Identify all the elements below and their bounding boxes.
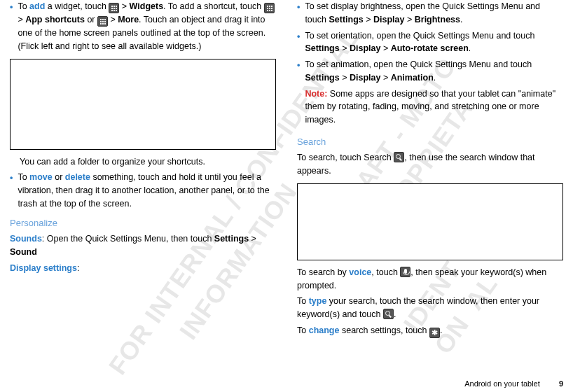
- text-segment: >: [119, 1, 129, 11]
- text-segment: To search by: [297, 267, 349, 277]
- text-segment: To search, touch Search: [297, 153, 394, 162]
- text-segment: >: [380, 43, 390, 53]
- action-delete: delete: [65, 172, 90, 182]
- note-text: Some apps are designed so that your tabl…: [305, 89, 555, 125]
- label-settings: Settings: [329, 15, 363, 24]
- folder-text: You can add a folder to organize your sh…: [20, 155, 276, 169]
- action-change: change: [309, 326, 340, 335]
- text-segment: >: [340, 43, 350, 53]
- sounds-para: Sounds: Open the Quick Settings Menu, th…: [10, 232, 276, 259]
- action-voice: voice: [349, 267, 371, 277]
- text-segment: >: [340, 73, 350, 83]
- action-type: type: [309, 296, 327, 306]
- label-animation: Animation: [391, 73, 434, 83]
- action-add: add: [29, 1, 45, 11]
- bullet-orientation: • To set orientation, open the Quick Set…: [297, 29, 563, 56]
- text-segment: :: [77, 263, 79, 273]
- column-left: • To add a widget, touch > Widgets. To a…: [10, 0, 276, 341]
- text-segment: >: [364, 15, 373, 24]
- label-settings: Settings: [305, 43, 339, 53]
- bullet-dot: •: [297, 30, 300, 56]
- label-display-settings: Display settings: [10, 263, 77, 273]
- gear-icon: [429, 328, 440, 338]
- screenshot-placeholder-1: [10, 59, 276, 150]
- text-segment: >: [108, 15, 118, 24]
- label-settings: Settings: [214, 234, 249, 244]
- text-segment: or: [85, 15, 97, 24]
- bullet-text: To move or delete something, touch and h…: [18, 171, 276, 210]
- text-segment: . To add a shortcut, touch: [163, 1, 264, 11]
- text-segment: To: [18, 1, 29, 11]
- text-segment: >: [249, 234, 256, 244]
- label-auto-rotate: Auto-rotate screen: [391, 43, 469, 53]
- label-brightness: Brightness: [415, 15, 460, 24]
- text-segment: >: [380, 73, 390, 83]
- text-segment: To: [18, 172, 29, 182]
- column-right: • To set display brightness, open the Qu…: [297, 0, 563, 341]
- apps-icon: [109, 3, 119, 13]
- bullet-dot: •: [297, 59, 300, 130]
- search-icon: [394, 152, 404, 162]
- search-intro: To search, touch Search , then use the s…: [297, 151, 563, 178]
- page-number: 9: [559, 379, 563, 388]
- type-search-para: To type your search, touch the search wi…: [297, 295, 563, 321]
- text-segment: , touch: [371, 267, 400, 277]
- bullet-move-delete: • To move or delete something, touch and…: [10, 171, 276, 210]
- search-icon: [383, 309, 394, 319]
- bullet-text: To add a widget, touch > Widgets. To add…: [18, 0, 276, 53]
- label-sounds: Sounds: [10, 234, 42, 244]
- text-segment: : Open the Quick Settings Menu, then tou…: [42, 234, 214, 244]
- label-display: Display: [350, 43, 380, 53]
- mic-icon: [400, 267, 410, 277]
- apps-icon: [264, 3, 275, 13]
- text-segment: To: [297, 326, 309, 335]
- bullet-dot: •: [10, 172, 13, 210]
- text-segment: a widget, touch: [45, 1, 109, 11]
- bullet-text: To set animation, open the Quick Setting…: [305, 58, 563, 130]
- voice-search-para: To search by voice, touch , then speak y…: [297, 266, 563, 293]
- text-segment: search settings, touch: [339, 326, 429, 335]
- label-display: Display: [350, 73, 380, 83]
- text-segment: .: [469, 43, 471, 53]
- bullet-add-widget: • To add a widget, touch > Widgets. To a…: [10, 0, 276, 53]
- footer-text: Android on your tablet: [464, 379, 540, 388]
- text-segment: .: [460, 15, 462, 24]
- change-settings-para: To change search settings, touch .: [297, 324, 563, 338]
- section-search: Search: [297, 135, 563, 149]
- bullet-animation: • To set animation, open the Quick Setti…: [297, 58, 563, 130]
- label-note: Note:: [305, 89, 327, 99]
- text-segment: To set animation, open the Quick Setting…: [305, 59, 532, 69]
- page-content: • To add a widget, touch > Widgets. To a…: [0, 0, 573, 341]
- note-para: Note: Some apps are designed so that you…: [305, 88, 563, 127]
- label-widgets: Widgets: [130, 1, 164, 11]
- label-display: Display: [373, 15, 404, 24]
- display-settings-para: Display settings:: [10, 262, 276, 275]
- text-segment: .: [434, 73, 436, 83]
- bullet-brightness: • To set display brightness, open the Qu…: [297, 0, 563, 27]
- bullet-dot: •: [297, 1, 300, 27]
- apps-icon: [97, 16, 108, 27]
- page-footer: Android on your tablet 9: [464, 378, 563, 390]
- text-segment: .: [440, 326, 442, 335]
- bullet-text: To set display brightness, open the Quic…: [305, 0, 563, 27]
- text-segment: >: [18, 15, 25, 24]
- label-sound: Sound: [10, 247, 37, 257]
- text-segment: or: [53, 172, 65, 182]
- text-segment: .: [394, 309, 396, 319]
- action-move: move: [29, 172, 53, 182]
- text-segment: To set orientation, open the Quick Setti…: [305, 31, 534, 41]
- bullet-text: To set orientation, open the Quick Setti…: [305, 29, 563, 56]
- screenshot-placeholder-2: [297, 183, 563, 260]
- text-segment: To: [297, 296, 309, 306]
- bullet-dot: •: [10, 1, 13, 53]
- label-settings: Settings: [305, 73, 339, 83]
- text-segment: >: [404, 15, 414, 24]
- text-segment: your search, touch the search window, th…: [297, 296, 539, 319]
- section-personalize: Personalize: [10, 216, 276, 230]
- label-app-shortcuts: App shortcuts: [25, 15, 85, 24]
- label-more: More: [118, 15, 139, 24]
